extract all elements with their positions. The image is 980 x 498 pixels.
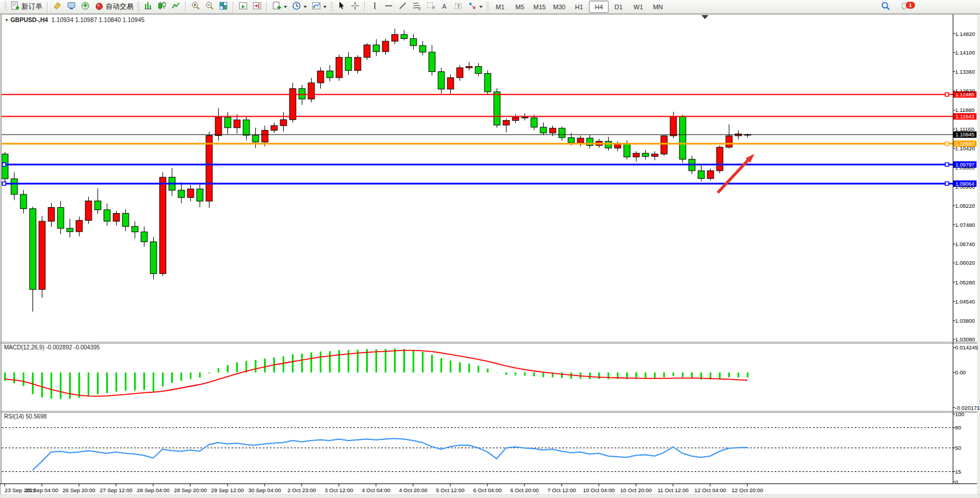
horizontal-level-line <box>2 94 953 95</box>
timeframe-mn-button[interactable]: MN <box>648 1 668 13</box>
chart-collapse-icon[interactable]: ▼ <box>5 18 9 22</box>
price-tick-label: 1.11880 <box>955 107 975 113</box>
price-tick-label: 1.05280 <box>955 279 975 286</box>
macd-name: MACD(12,26,9) <box>4 344 44 351</box>
trendline-tool-button[interactable] <box>396 1 410 13</box>
candlestick-chart-button[interactable] <box>155 1 169 13</box>
timeframe-h1-button[interactable]: H1 <box>569 1 589 13</box>
price-tick-label: 1.14820 <box>955 31 975 37</box>
tile-windows-icon <box>219 1 228 12</box>
text-tool-button[interactable]: A <box>437 1 451 13</box>
time-tick-label: 6 Oct 20:00 <box>510 487 538 493</box>
candle-body <box>299 89 305 99</box>
price-tick-label: 1.11160 <box>955 126 974 132</box>
tile-windows-button[interactable] <box>216 1 230 13</box>
candle-body <box>336 57 342 78</box>
timeframe-m5-button[interactable]: M5 <box>510 1 530 13</box>
arrows-tool-button[interactable] <box>465 1 485 13</box>
rsi-panel <box>2 428 953 472</box>
candle-body <box>252 135 259 142</box>
rsi-value: 50.5698 <box>26 413 46 420</box>
timeframe-h4-button[interactable]: H4 <box>589 1 609 13</box>
horizontal-line-icon <box>384 1 393 12</box>
crosshair-tool-button[interactable] <box>348 1 362 13</box>
panel-separator <box>0 342 980 342</box>
toolbar-grip[interactable] <box>4 2 7 12</box>
toolbar-separator <box>233 2 234 12</box>
crosshair-icon <box>350 1 360 12</box>
fibonacci-icon: E <box>412 1 421 12</box>
timeframe-d1-button[interactable]: D1 <box>609 1 628 13</box>
candle-body <box>280 120 287 125</box>
cursor-tool-button[interactable] <box>334 1 348 13</box>
macd-values: -0.002892 -0.004395 <box>46 344 100 351</box>
new-order-button[interactable]: 新订单 <box>8 1 45 13</box>
toolbar-grip[interactable] <box>137 2 140 12</box>
zoom-out-button[interactable] <box>202 1 216 13</box>
price-tick-label: 1.06020 <box>955 259 975 266</box>
candle-body <box>197 189 203 201</box>
timeframe-m15-button[interactable]: M15 <box>530 1 549 13</box>
rsi-line <box>32 438 747 470</box>
time-tick-label: 26 Sep 20:00 <box>63 487 96 493</box>
rsi-name: RSI(14) <box>4 413 24 420</box>
chart-shift-button[interactable] <box>250 1 264 13</box>
candle-body <box>438 72 444 89</box>
candle-body <box>48 207 55 221</box>
bar-chart-button[interactable] <box>141 1 155 13</box>
profiles-button[interactable] <box>290 1 309 13</box>
zoom-in-button[interactable] <box>189 1 202 13</box>
line-handle <box>945 182 949 185</box>
candle-body <box>327 71 333 78</box>
chart-shift-icon <box>252 1 262 12</box>
candle-body <box>512 117 519 120</box>
label-tool-button[interactable]: T <box>451 1 465 13</box>
price-chart-canvas[interactable]: 1.148201.141001.133601.126201.118801.111… <box>0 0 980 498</box>
rsi-indicator-label: RSI(14) 50.5698 <box>4 413 46 420</box>
svg-text:E: E <box>418 6 421 10</box>
new-chart-button[interactable] <box>270 1 290 13</box>
time-tick-label: 5 Oct 12:00 <box>436 487 464 493</box>
candle-body <box>503 120 509 125</box>
grid-tool-button[interactable]: F <box>424 1 437 13</box>
timeframe-m1-button[interactable]: M1 <box>490 1 510 13</box>
arrows-icon <box>468 1 477 12</box>
candle-body <box>85 201 92 221</box>
candle-body <box>178 190 185 198</box>
candle-body <box>20 194 27 209</box>
candle-body <box>726 136 732 147</box>
notifications-button[interactable]: 1 <box>899 1 914 13</box>
candle-body <box>364 45 370 57</box>
line-handle <box>2 163 6 166</box>
candle-body <box>262 131 268 142</box>
rsi-axis-label: 15 <box>955 468 961 475</box>
styles-button[interactable] <box>50 1 64 13</box>
toolbar-grip[interactable] <box>486 2 489 12</box>
chart-title[interactable]: ▼GBPUSD-,H4 1.10934 1.10987 1.10840 1.10… <box>5 16 144 23</box>
fibonacci-tool-button[interactable]: E <box>410 1 424 13</box>
signals-button[interactable] <box>78 1 92 13</box>
vertical-line-tool-button[interactable] <box>368 1 382 13</box>
horizontal-line-tool-button[interactable] <box>382 1 396 13</box>
terminal-button[interactable] <box>64 1 78 13</box>
indicators-button[interactable] <box>309 1 329 13</box>
svg-text:A: A <box>442 3 447 10</box>
candle-body <box>549 128 556 133</box>
auto-scroll-button[interactable] <box>236 1 250 13</box>
candle-body <box>234 120 240 128</box>
toolbar-grip[interactable] <box>330 2 333 12</box>
timeframe-w1-button[interactable]: W1 <box>628 1 648 13</box>
line-chart-button[interactable] <box>169 1 183 13</box>
time-axis-line <box>0 483 980 484</box>
line-handle <box>2 182 6 185</box>
candle-body <box>355 57 361 70</box>
zoom-in-icon <box>191 1 200 12</box>
search-button[interactable] <box>878 1 893 13</box>
monitor-icon <box>67 1 76 12</box>
dropdown-caret <box>303 6 307 8</box>
autotrade-icon <box>95 1 104 12</box>
timeframe-m30-button[interactable]: M30 <box>549 1 569 13</box>
autotrade-button[interactable]: 自动交易 <box>92 1 136 13</box>
candle-body <box>466 67 472 68</box>
candle-body <box>633 153 639 157</box>
